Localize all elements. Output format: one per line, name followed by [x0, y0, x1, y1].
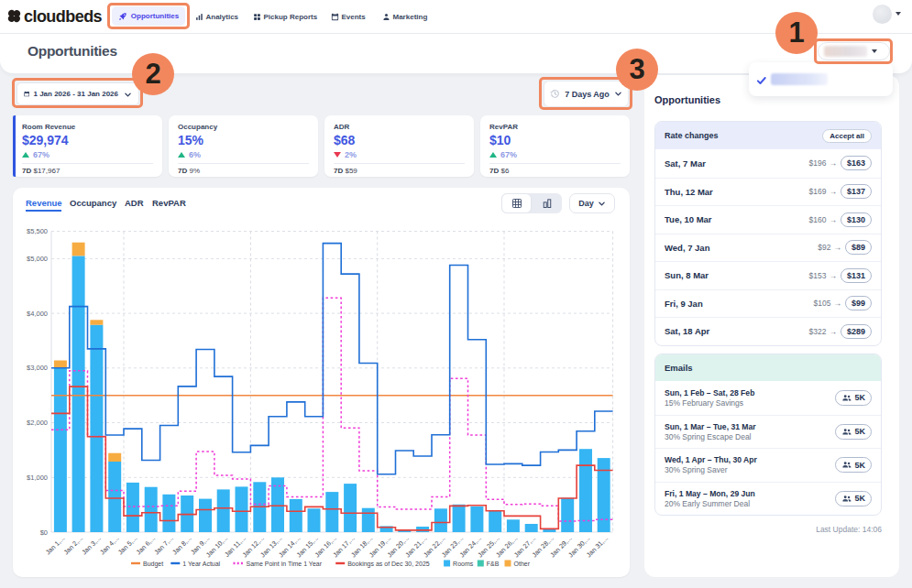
svg-text:Other: Other — [514, 561, 531, 567]
svg-text:Jan 5,...: Jan 5,... — [116, 534, 138, 556]
svg-text:Jan 1,...: Jan 1,... — [44, 534, 66, 556]
svg-text:Rooms: Rooms — [453, 561, 474, 567]
svg-text:Jan 8,...: Jan 8,... — [170, 534, 192, 556]
svg-text:$1,000: $1,000 — [27, 474, 48, 482]
svg-text:$4,000: $4,000 — [27, 310, 48, 318]
svg-text:$0: $0 — [40, 528, 48, 537]
svg-text:$5,500: $5,500 — [27, 227, 48, 235]
svg-text:Jan 6,...: Jan 6,... — [135, 534, 157, 556]
svg-text:$5,000: $5,000 — [27, 255, 48, 263]
svg-text:$3,000: $3,000 — [27, 364, 48, 372]
svg-text:Budget: Budget — [143, 561, 163, 568]
svg-text:F&B: F&B — [487, 561, 500, 567]
svg-text:Jan 2,...: Jan 2,... — [62, 534, 84, 556]
svg-text:Bookings as of Dec 30, 2025: Bookings as of Dec 30, 2025 — [347, 561, 430, 568]
svg-text:Jan 7,...: Jan 7,... — [152, 534, 174, 556]
svg-text:$2,000: $2,000 — [27, 419, 48, 427]
svg-text:Same Point in Time 1 Year: Same Point in Time 1 Year — [247, 561, 323, 567]
svg-text:Jan 3,...: Jan 3,... — [80, 534, 102, 556]
svg-text:Jan 4,...: Jan 4,... — [98, 534, 120, 556]
svg-text:1 Year Actual: 1 Year Actual — [182, 561, 220, 567]
